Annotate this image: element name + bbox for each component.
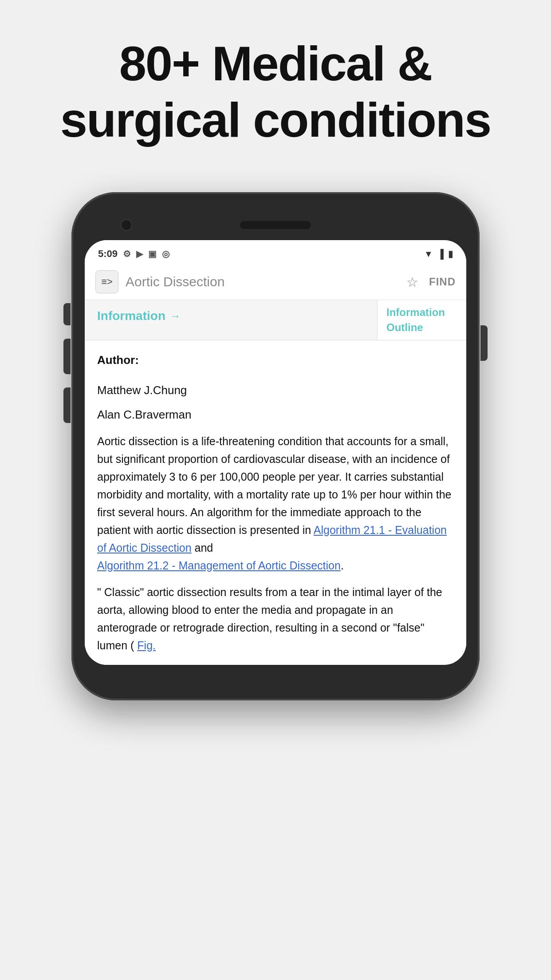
author-label: Author: xyxy=(97,351,454,369)
battery-icon: ▮ xyxy=(448,249,453,259)
app-logo[interactable]: ≡> xyxy=(95,270,118,293)
phone-mockup: 5:09 ⚙ ▶ ▣ ◎ ▼ ▐ ▮ ≡> Aortic Dissection xyxy=(71,192,480,700)
fig-link[interactable]: Fig. xyxy=(137,639,156,652)
status-right: ▼ ▐ ▮ xyxy=(424,249,453,259)
tab-information[interactable]: Information → xyxy=(85,300,378,340)
algorithm-link-2[interactable]: Algorithm 21.2 - Management of Aortic Di… xyxy=(97,559,341,572)
settings-icon: ⚙ xyxy=(123,249,131,259)
status-bar: 5:09 ⚙ ▶ ▣ ◎ ▼ ▐ ▮ xyxy=(85,240,466,264)
link1-suffix: and xyxy=(192,541,213,554)
sensor-area xyxy=(418,219,431,231)
phone-screen: 5:09 ⚙ ▶ ▣ ◎ ▼ ▐ ▮ ≡> Aortic Dissection xyxy=(85,240,466,665)
tab-right-outline[interactable]: Outline xyxy=(386,321,457,334)
status-time: 5:09 xyxy=(98,248,118,260)
find-button[interactable]: FIND xyxy=(429,276,456,288)
active-tab-label: Information → xyxy=(97,309,365,323)
page-header: 80+ Medical & surgical conditions xyxy=(0,0,551,174)
tab-area: Information → Information Outline xyxy=(85,300,466,340)
app-header: ≡> Aortic Dissection ☆ FIND xyxy=(85,264,466,300)
phone-shell: 5:09 ⚙ ▶ ▣ ◎ ▼ ▐ ▮ ≡> Aortic Dissection xyxy=(71,192,480,700)
mute-button xyxy=(63,303,71,325)
app-title-text: Aortic Dissection xyxy=(126,274,399,289)
content-area: Author: Matthew J.Chung Alan C.Braverman… xyxy=(85,340,466,665)
app-logo-icon: ≡> xyxy=(101,276,113,288)
power-button xyxy=(480,325,488,361)
earpiece-speaker xyxy=(240,221,311,229)
active-tab-text: Information xyxy=(97,309,165,323)
page-title: 80+ Medical & surgical conditions xyxy=(27,36,524,148)
link2-suffix: . xyxy=(341,559,344,572)
author-1: Matthew J.Chung xyxy=(97,381,454,399)
front-camera xyxy=(120,219,133,231)
favorite-button[interactable]: ☆ xyxy=(406,274,418,290)
play-icon: ▶ xyxy=(136,249,143,259)
classic-paragraph: " Classic" aortic dissection results fro… xyxy=(97,583,454,654)
phone-top-bar xyxy=(85,219,466,231)
author-2: Alan C.Braverman xyxy=(97,406,454,423)
wifi-icon: ▼ xyxy=(424,249,433,259)
volume-down-button xyxy=(63,387,71,423)
cellular-icon: ▐ xyxy=(437,249,444,259)
tab-right-information[interactable]: Information xyxy=(386,306,457,319)
signal-icon: ◎ xyxy=(162,249,169,259)
volume-up-button xyxy=(63,339,71,374)
tab-arrow-icon: → xyxy=(170,310,181,322)
body-paragraph: Aortic dissection is a life-threatening … xyxy=(97,432,454,574)
status-left: 5:09 ⚙ ▶ ▣ ◎ xyxy=(98,248,169,260)
tab-right-panel: Information Outline xyxy=(378,300,466,340)
sd-card-icon: ▣ xyxy=(148,249,157,259)
body-text: Aortic dissection is a life-threatening … xyxy=(97,435,452,536)
